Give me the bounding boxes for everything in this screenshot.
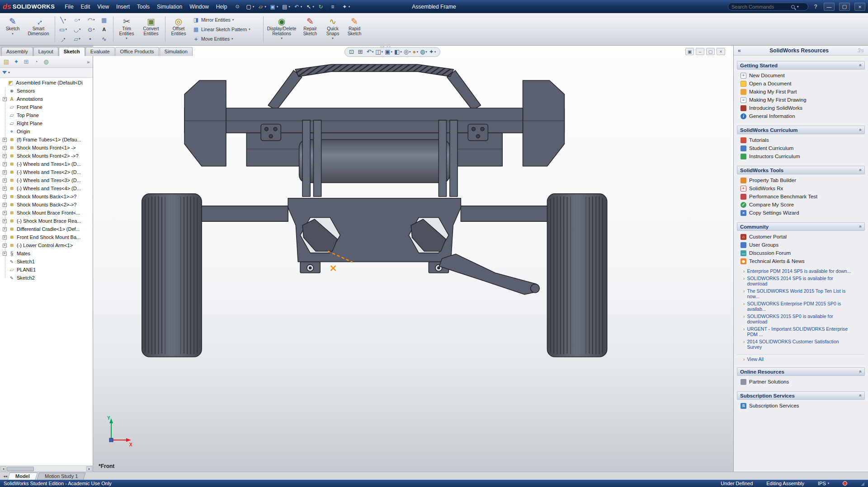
quick-access-button[interactable] (328, 3, 340, 10)
view-tool-button[interactable] (367, 49, 373, 55)
dropdown-caret-icon[interactable] (12, 32, 14, 36)
news-link[interactable]: The SOLIDWORKS World 2015 Top Ten List i… (743, 288, 863, 299)
command-tab[interactable]: Simulation (160, 47, 193, 56)
quick-access-button[interactable] (256, 3, 268, 10)
task-pane-link[interactable]: Instructors Curriculum (738, 152, 864, 160)
units-caret-icon[interactable] (828, 482, 830, 485)
task-pane-link[interactable]: Student Curriculum (738, 144, 864, 152)
cad-model-frame-assembly[interactable] (93, 58, 733, 470)
tree-item[interactable]: Origin (0, 127, 93, 136)
tree-item[interactable]: (-) Wheels and Tires<3> (D... (0, 176, 93, 184)
view-tool-button[interactable] (394, 49, 402, 55)
expand-icon[interactable] (3, 219, 7, 223)
document-window-button[interactable] (717, 48, 725, 55)
panel-tab-icon[interactable] (12, 57, 21, 66)
tab-motion-study[interactable]: Motion Study 1 (37, 473, 86, 480)
sketch-entity-button[interactable] (57, 25, 70, 34)
collapse-section-icon[interactable] (858, 129, 863, 131)
task-pane-link[interactable]: Making My First Part (738, 88, 864, 96)
collapse-section-icon[interactable] (858, 169, 863, 172)
expand-icon[interactable] (3, 252, 7, 256)
smart-dimension-button[interactable]: Smart Dimension (24, 14, 53, 44)
dropdown-caret-icon[interactable] (425, 50, 427, 54)
expand-icon[interactable] (3, 203, 7, 207)
collapse-pane-icon[interactable]: « (738, 47, 741, 54)
quick-access-button[interactable] (244, 3, 256, 10)
section-header[interactable]: SolidWorks Tools (737, 166, 865, 174)
tree-item[interactable]: Shock Mounts Front<2> ->? (0, 152, 93, 160)
expand-icon[interactable] (3, 178, 7, 183)
panel-tab-icon[interactable] (2, 57, 11, 66)
graphics-area[interactable]: 25.00 (93, 46, 733, 472)
dropdown-caret-icon[interactable] (65, 28, 67, 31)
move-entities-button[interactable]: Move Entities (190, 34, 262, 43)
convert-entities-button[interactable]: Convert Entities (138, 14, 164, 44)
task-pane-link[interactable]: Tutorials (738, 136, 864, 144)
scroll-right-icon[interactable]: ▸ (86, 466, 92, 471)
tree-item[interactable]: Assembled Frame (Default<Di (0, 79, 93, 87)
menu-item[interactable]: Tools (133, 2, 153, 11)
close-button[interactable]: × (854, 3, 865, 11)
tree-item[interactable]: Mates (0, 249, 93, 258)
tree-item[interactable]: (f) Frame Tubes<1> (Defau... (0, 136, 93, 144)
horizontal-scrollbar[interactable]: ◂ ▸ (0, 465, 93, 472)
command-tab[interactable]: Office Products (115, 47, 159, 56)
quick-snaps-button[interactable]: Quick Snaps (322, 14, 344, 44)
tree-item[interactable]: Front End Shock Mount Ba... (0, 233, 93, 241)
menu-item[interactable]: Help (212, 2, 231, 11)
command-tab[interactable]: Layout (33, 47, 58, 56)
view-tool-button[interactable] (349, 49, 356, 55)
task-pane-link[interactable]: User Groups (738, 241, 864, 249)
tree-item[interactable]: Front Plane (0, 103, 93, 111)
news-link[interactable]: SOLIDWORKS 2014 SP5 is available for dow… (743, 276, 863, 286)
task-pane-link[interactable]: Open a Document (738, 80, 864, 88)
restore-button[interactable]: ▢ (839, 3, 850, 11)
tree-item[interactable]: Shock Mounts Back<1>->? (0, 192, 93, 201)
expand-icon[interactable] (3, 154, 7, 158)
tree-item[interactable]: Annotations (0, 95, 93, 103)
sketch-entity-button[interactable] (85, 15, 98, 25)
tree-item[interactable]: Sketch2 (0, 274, 93, 282)
dropdown-caret-icon[interactable] (93, 18, 95, 22)
tree-item[interactable]: Top Plane (0, 111, 93, 119)
sketch-entity-button[interactable] (71, 15, 84, 25)
tree-item[interactable]: Shock Mounts Front<1> -> (0, 144, 93, 152)
dropdown-caret-icon[interactable] (382, 50, 383, 54)
dropdown-caret-icon[interactable] (372, 50, 374, 54)
dropdown-caret-icon[interactable] (332, 37, 334, 40)
panel-tab-icon[interactable] (22, 57, 31, 66)
trim-entities-button[interactable]: Trim Entities (115, 14, 138, 44)
panel-tab-icon[interactable] (32, 57, 41, 66)
command-tab[interactable]: Evaluate (85, 47, 115, 56)
quick-access-button[interactable] (292, 3, 304, 10)
quick-access-button[interactable] (316, 3, 328, 10)
search-input[interactable] (731, 4, 789, 9)
section-header[interactable]: Community (737, 222, 865, 231)
scroll-left-icon[interactable]: ◂ (0, 466, 6, 471)
news-link[interactable]: Enterprise PDM 2014 SP5 is available for… (743, 268, 863, 274)
linear-sketch-pattern-button[interactable]: Linear Sketch Pattern (190, 25, 262, 34)
view-tool-button[interactable] (375, 49, 383, 55)
expand-icon[interactable] (3, 138, 7, 142)
dropdown-caret-icon[interactable] (391, 50, 392, 54)
tab-model[interactable]: Model (8, 473, 38, 480)
dropdown-caret-icon[interactable] (79, 37, 80, 41)
sketch-entity-button[interactable] (57, 15, 70, 25)
task-pane-link[interactable]: New Document (738, 71, 864, 80)
menu-item[interactable]: Edit (77, 2, 94, 11)
expand-icon[interactable] (3, 146, 7, 150)
news-link[interactable]: 2014 SOLIDWORKS Customer Satisfaction Su… (743, 339, 863, 350)
tree-item[interactable]: PLANE1 (0, 266, 93, 274)
task-pane-link[interactable]: Performance Benchmark Test (738, 192, 864, 201)
dropdown-caret-icon[interactable] (93, 28, 95, 31)
tree-item[interactable]: (-) Wheels and Tires<4> (D... (0, 184, 93, 192)
minimize-button[interactable]: — (824, 3, 835, 11)
resize-grip-icon[interactable]: ◢ (861, 481, 864, 486)
dropdown-caret-icon[interactable] (78, 18, 80, 22)
dropdown-caret-icon[interactable] (232, 18, 234, 22)
news-link[interactable]: SOLIDWORKS Enterprise PDM 2015 SP0 is av… (743, 301, 863, 312)
menu-item[interactable]: File (61, 2, 77, 11)
expand-icon[interactable] (3, 170, 7, 174)
document-window-button[interactable] (696, 48, 704, 55)
sketch-entity-button[interactable] (99, 34, 112, 44)
